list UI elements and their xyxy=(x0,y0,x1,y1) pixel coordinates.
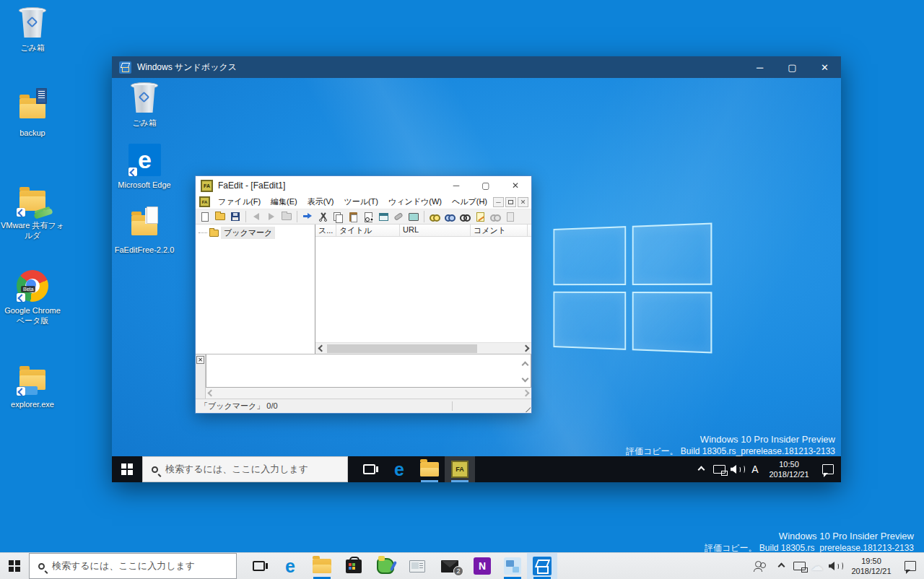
save-icon[interactable] xyxy=(228,210,243,223)
back-icon[interactable] xyxy=(249,210,263,223)
menu-help[interactable]: ヘルプ(H) xyxy=(447,195,492,209)
mdi-restore-button[interactable] xyxy=(505,197,516,207)
eraser-icon[interactable] xyxy=(391,210,406,223)
glasses-blue-icon[interactable] xyxy=(443,210,457,223)
edge-icon: e xyxy=(285,557,295,575)
page-find-disabled-icon[interactable] xyxy=(503,210,518,223)
system-window-app-button[interactable] xyxy=(401,553,433,579)
up-folder-icon[interactable] xyxy=(279,210,294,223)
photos-button[interactable] xyxy=(498,553,527,579)
faedit-titlebar[interactable]: FA FaEdit - [FaEdit1] ─ ▢ ✕ xyxy=(196,176,531,195)
close-pane-button[interactable]: ✕ xyxy=(196,356,204,364)
sandbox-action-center-button[interactable] xyxy=(815,456,841,482)
scroll-up-arrow[interactable] xyxy=(523,357,528,370)
glasses-yellow-icon[interactable] xyxy=(427,210,442,223)
sandbox-desktop-icon-edge[interactable]: e Microsoft Edge xyxy=(112,143,177,190)
sandbox-faedit-button[interactable]: FA xyxy=(445,456,475,482)
close-button[interactable]: ✕ xyxy=(501,176,530,195)
sandbox-task-view-button[interactable] xyxy=(354,456,384,482)
recycle-bin-icon xyxy=(15,6,50,40)
cut-icon[interactable] xyxy=(315,210,330,223)
sandbox-volume-icon[interactable] xyxy=(728,456,747,482)
scroll-down-arrow[interactable] xyxy=(523,371,528,384)
maximize-button[interactable]: ▢ xyxy=(471,176,500,195)
search-box[interactable]: 検索するには、ここに入力します xyxy=(29,553,237,579)
sandbox-ime-indicator[interactable]: A xyxy=(747,456,763,482)
start-button[interactable] xyxy=(0,553,29,579)
sandbox-explorer-button[interactable] xyxy=(414,456,445,482)
scroll-right-arrow[interactable] xyxy=(520,343,531,354)
scrollbar-thumb[interactable] xyxy=(327,344,477,353)
find-in-page-icon[interactable] xyxy=(361,210,375,223)
mdi-close-button[interactable]: ✕ xyxy=(518,197,528,207)
monitor-icon[interactable] xyxy=(406,210,421,223)
volume-icon[interactable] xyxy=(826,553,846,579)
import-icon[interactable] xyxy=(300,210,315,223)
desktop-icon-chrome-beta[interactable]: Beta Google Chrome ベータ版 xyxy=(0,269,65,326)
copy-icon[interactable] xyxy=(331,210,345,223)
sandbox-clock[interactable]: 10:502018/12/21 xyxy=(763,456,815,482)
clock[interactable]: 19:502018/12/21 xyxy=(846,553,897,579)
sprite-app-button[interactable] xyxy=(370,553,401,579)
faedit-toolbar xyxy=(196,209,531,225)
desktop-icon-vmware-shared-folder[interactable]: VMware 共有フォルダ xyxy=(0,183,65,240)
glasses-disabled-icon[interactable] xyxy=(488,210,502,223)
desktop-icon-explorer-exe[interactable]: explorer.exe xyxy=(0,362,65,409)
sandbox-edge-button[interactable]: e xyxy=(384,456,414,482)
new-file-icon[interactable] xyxy=(198,210,212,223)
explorer-button[interactable] xyxy=(306,553,338,579)
sandbox-titlebar[interactable]: Windows サンドボックス ─ ▢ ✕ xyxy=(112,56,841,78)
column-title[interactable]: タイトル xyxy=(336,225,400,236)
bookmark-tree-panel[interactable]: ブックマーク xyxy=(196,225,315,354)
onedrive-icon[interactable]: ☁ xyxy=(808,553,826,579)
network-icon[interactable] xyxy=(790,553,808,579)
comment-horizontal-scrollbar[interactable] xyxy=(206,388,531,399)
list-body[interactable] xyxy=(315,237,531,342)
glasses-dark-icon[interactable] xyxy=(458,210,472,223)
desktop-icon-recycle-bin[interactable]: ごみ箱 xyxy=(0,6,65,53)
tree-item-bookmark[interactable]: ブックマーク xyxy=(199,227,315,239)
sandbox-tray-chevron[interactable] xyxy=(692,456,710,482)
minimize-button[interactable]: ─ xyxy=(442,176,471,195)
minimize-button[interactable]: ─ xyxy=(744,56,776,78)
column-status[interactable]: ス... xyxy=(315,225,336,236)
column-comment[interactable]: コメント xyxy=(471,225,528,236)
sandbox-search-box[interactable]: 検索するには、ここに入力します xyxy=(142,456,348,482)
scroll-left-arrow[interactable] xyxy=(315,343,327,354)
action-center-button[interactable] xyxy=(897,553,924,579)
forward-icon[interactable] xyxy=(264,210,279,223)
menu-file[interactable]: ファイル(F) xyxy=(213,195,266,209)
people-button[interactable] xyxy=(749,553,772,579)
sandbox-network-icon[interactable] xyxy=(710,456,728,482)
column-url[interactable]: URL xyxy=(400,225,471,236)
menu-window[interactable]: ウィンドウ(W) xyxy=(383,195,447,209)
paste-icon[interactable] xyxy=(346,210,360,223)
mdi-minimize-button[interactable]: ─ xyxy=(493,197,504,207)
open-folder-icon[interactable] xyxy=(213,210,227,223)
desktop-icon-backup[interactable]: backup xyxy=(0,91,65,138)
maximize-button[interactable]: ▢ xyxy=(776,56,808,78)
properties-icon[interactable] xyxy=(376,210,391,223)
mdi-child-icon[interactable]: FA xyxy=(199,196,210,207)
tray-chevron[interactable] xyxy=(772,553,790,579)
scroll-right-arrow[interactable] xyxy=(523,390,530,397)
store-button[interactable] xyxy=(338,553,370,579)
clock-date: 2018/12/21 xyxy=(851,566,891,576)
mail-button[interactable]: 2 xyxy=(433,553,466,579)
task-view-button[interactable] xyxy=(243,553,274,579)
onenote-button[interactable]: N xyxy=(466,553,498,579)
sandbox-start-button[interactable] xyxy=(112,456,142,482)
windows-sandbox-button[interactable] xyxy=(527,553,557,579)
note-edit-icon[interactable] xyxy=(473,210,487,223)
close-button[interactable]: ✕ xyxy=(808,56,841,78)
scroll-left-arrow[interactable] xyxy=(208,390,215,397)
comment-text-area[interactable] xyxy=(206,354,531,388)
sandbox-desktop-icon-faeditfree[interactable]: FaEditFree-2.2.0 xyxy=(112,208,177,255)
edge-button[interactable]: e xyxy=(274,553,306,579)
menu-edit[interactable]: 編集(E) xyxy=(266,195,302,209)
sandbox-desktop-icon-recycle-bin[interactable]: ごみ箱 xyxy=(112,81,177,128)
list-horizontal-scrollbar[interactable] xyxy=(315,342,531,354)
resize-grip[interactable] xyxy=(522,404,531,412)
menu-tools[interactable]: ツール(T) xyxy=(339,195,383,209)
menu-view[interactable]: 表示(V) xyxy=(302,195,339,209)
